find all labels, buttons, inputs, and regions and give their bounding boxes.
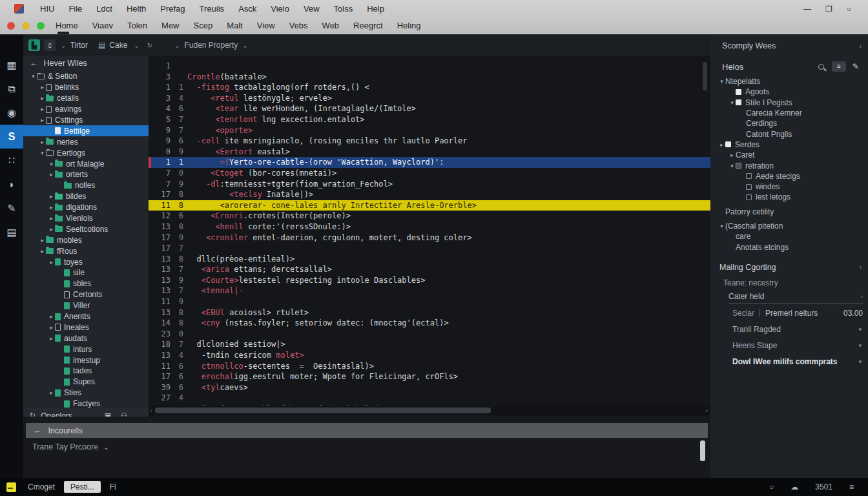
- code-line-29[interactable]: 116 ctnnollco-sectentes = Oesintaslal)>: [149, 361, 710, 372]
- inspector-item-retration[interactable]: ▾retration: [716, 160, 868, 170]
- refresh-icon[interactable]: ↻: [147, 42, 152, 49]
- sidebar-item-frous[interactable]: ▸fRous: [23, 245, 149, 256]
- chevron-collapsed-icon[interactable]: ▸: [39, 106, 46, 112]
- sidebar-item-toyes[interactable]: ▸toyes: [23, 256, 149, 267]
- sidebar-item-eavings[interactable]: ▸eavings: [23, 104, 149, 115]
- menu-item-asck[interactable]: Asck: [231, 0, 264, 17]
- sync-circle-icon[interactable]: ○: [769, 482, 774, 491]
- chevron-collapsed-icon[interactable]: ▸: [48, 193, 55, 200]
- code-line-11[interactable]: 70 <Ctoget (bor-cores(mnetai)>: [149, 168, 710, 179]
- inspector-item-ntepelatts[interactable]: ▾Ntepelatts: [716, 76, 868, 87]
- inspector-item-care[interactable]: care: [716, 231, 868, 242]
- chevron-right-icon[interactable]: ›: [860, 43, 862, 50]
- chevron-down-icon[interactable]: ›: [861, 293, 863, 300]
- menu-item-vielo[interactable]: Vielo: [264, 0, 296, 17]
- menu-item-tolss[interactable]: Tolss: [327, 0, 360, 17]
- code-editor[interactable]: 13Crontle(batatale>11 -fistog tacbalzglo…: [149, 56, 710, 417]
- tool-label-cake[interactable]: Cake: [109, 41, 127, 50]
- code-line-26[interactable]: 230: [149, 329, 710, 340]
- code-line-21[interactable]: 139 <Courte>lestestel respecting intoole…: [149, 275, 710, 286]
- checkbox-checked-icon[interactable]: [736, 89, 741, 95]
- chevron-collapsed-icon[interactable]: ▸: [718, 141, 725, 148]
- sidebar-item-inturs[interactable]: inturs: [23, 344, 149, 355]
- tranli-dropdown[interactable]: Tranli Ragded ▾: [732, 322, 863, 336]
- secondary-menu-item-viaev[interactable]: Viaev: [85, 17, 120, 34]
- chevron-expanded-icon[interactable]: ▾: [30, 73, 37, 79]
- chevron-expanded-icon[interactable]: ▾: [48, 161, 55, 167]
- code-line-19[interactable]: 138 dllc(prèoe-entileal)>: [149, 254, 710, 265]
- traffic-light-zoom-icon[interactable]: [37, 22, 45, 30]
- vertical-scrollbar-thumb[interactable]: [703, 62, 707, 90]
- secondary-menu-item-malt[interactable]: Malt: [220, 17, 250, 34]
- secondary-menu-item-tolen[interactable]: Tolen: [120, 17, 154, 34]
- sidebar-item-neries[interactable]: ▸neries: [23, 136, 149, 147]
- code-line-4[interactable]: 34 <retul lestönygle; ervele>: [149, 93, 710, 104]
- sidebar-item-belinks[interactable]: ▸belinks: [23, 82, 149, 93]
- chevron-expanded-icon[interactable]: ▾: [718, 78, 725, 85]
- chevron-collapsed-icon[interactable]: ▸: [39, 139, 46, 145]
- secondary-menu-item-heling[interactable]: Heling: [390, 17, 428, 34]
- inspector-item-windes[interactable]: windes: [716, 181, 868, 192]
- search-icon[interactable]: [818, 64, 824, 70]
- pen-icon[interactable]: ✎: [0, 196, 23, 220]
- chevron-expanded-icon[interactable]: ▾: [718, 223, 725, 229]
- code-line-30[interactable]: 176 erochaligg.eestrul moter; Wpote for …: [149, 371, 710, 382]
- secondary-menu-item-vebs[interactable]: Vebs: [282, 17, 315, 34]
- chevron-collapsed-icon[interactable]: ▸: [48, 313, 55, 320]
- sidebar-item-sile[interactable]: sile: [23, 267, 149, 278]
- sidebar-item-orterts[interactable]: ▸orterts: [23, 169, 149, 180]
- back-arrow-icon[interactable]: ←: [30, 59, 38, 68]
- pause-tool-icon[interactable]: ▯: [44, 39, 56, 51]
- code-line-14[interactable]: 118 <arorerar- cone-lales arnly Inrtecti…: [149, 200, 710, 211]
- inspector-item-caret[interactable]: ▸Caret: [716, 150, 868, 160]
- code-line-15[interactable]: 126 <Cronri.crotes(Inster(perole)>: [149, 211, 710, 222]
- sidebar-item-audats[interactable]: ▸audats: [23, 333, 149, 344]
- chevron-expanded-icon[interactable]: ▾: [728, 163, 736, 169]
- chevron-expanded-icon[interactable]: ▾: [728, 99, 736, 106]
- code-line-8[interactable]: 96 -cell ite msringianclo, (rosing encil…: [149, 136, 710, 147]
- checkbox-checked-icon[interactable]: [725, 141, 731, 147]
- code-line-7[interactable]: 97 <oporte>: [149, 125, 710, 136]
- sidebar-item-mobles[interactable]: ▸mobles: [23, 234, 149, 245]
- code-line-2[interactable]: 3Crontle(batatale>: [149, 72, 710, 83]
- sidebar-item-ineales[interactable]: ▸Ineales: [23, 322, 149, 333]
- chevron-collapsed-icon[interactable]: ▸: [39, 117, 46, 123]
- sidebar-item-cetails[interactable]: ▸cetails: [23, 93, 149, 104]
- package-icon[interactable]: ⧉: [0, 77, 23, 101]
- code-line-25[interactable]: 148 <cny (nstas.foyler; setoriow datec: …: [149, 318, 710, 329]
- cloud-icon[interactable]: ☁: [790, 482, 798, 491]
- close-button[interactable]: ○: [847, 5, 851, 14]
- sidebar-item-sties[interactable]: ▸Sties: [23, 388, 149, 398]
- bottom-panel-bar[interactable]: ← Incourells: [26, 423, 708, 438]
- inspector-item--caschal-pitetion[interactable]: ▾(Caschal pitetion: [716, 221, 868, 231]
- menu-item-file[interactable]: File: [61, 0, 89, 17]
- heens-dropdown[interactable]: Heens Stape ▾: [732, 338, 863, 353]
- menu-item-hiu[interactable]: HIU: [33, 0, 61, 17]
- code-line-32[interactable]: 274: [149, 393, 710, 404]
- code-line-18[interactable]: 177: [149, 243, 710, 254]
- chevron-collapsed-icon[interactable]: ▸: [48, 389, 55, 396]
- back-arrow-icon[interactable]: ←: [34, 426, 42, 435]
- sidebar-item-bettilge[interactable]: Bettilge: [23, 125, 149, 136]
- horizontal-scrollbar-thumb[interactable]: [155, 408, 491, 413]
- sidebar-item-ort-malagle[interactable]: ▾ort Malagle: [23, 158, 149, 169]
- inspector-item-lest-letogs[interactable]: lest letogs: [716, 192, 868, 202]
- code-line-20[interactable]: 137 <arica ettans; dercetsallal>: [149, 264, 710, 275]
- inspector-item-aede-stecigs[interactable]: Aede stecigs: [716, 171, 868, 181]
- inspector-item-carecia-kemner[interactable]: Carecia Kemner: [716, 108, 868, 118]
- sidebar-item-viller[interactable]: Viller: [23, 300, 149, 311]
- chevron-collapsed-icon[interactable]: ▸: [39, 248, 46, 254]
- chevron-collapsed-icon[interactable]: ▸: [48, 204, 55, 211]
- bottom-panel-dropdown[interactable]: Trane Tay Prcoore ⌄: [32, 442, 109, 451]
- sidebar-item-bildes[interactable]: ▸bildes: [23, 191, 149, 202]
- sidebar-item-csttings[interactable]: ▸Csttings: [23, 115, 149, 126]
- sidebar-item-vienlols[interactable]: ▸Vienlols: [23, 213, 149, 224]
- inspector-item-catont-pnglis[interactable]: Catont Pnglis: [716, 129, 868, 139]
- edit-icon[interactable]: ✎: [852, 62, 859, 71]
- traffic-light-minimize-icon[interactable]: [22, 22, 30, 30]
- code-line-12[interactable]: 79 -dl:temniesst+tgter(fiom_wration_Fech…: [149, 179, 710, 190]
- chevron-collapsed-icon[interactable]: ▸: [48, 226, 55, 232]
- chevron-expanded-icon[interactable]: ▾: [39, 150, 46, 156]
- breadcrumb[interactable]: ⌄ Fuden Property ⌄: [174, 41, 248, 50]
- sidebar-item-seeltcotions[interactable]: ▸Seeltcotions: [23, 223, 149, 234]
